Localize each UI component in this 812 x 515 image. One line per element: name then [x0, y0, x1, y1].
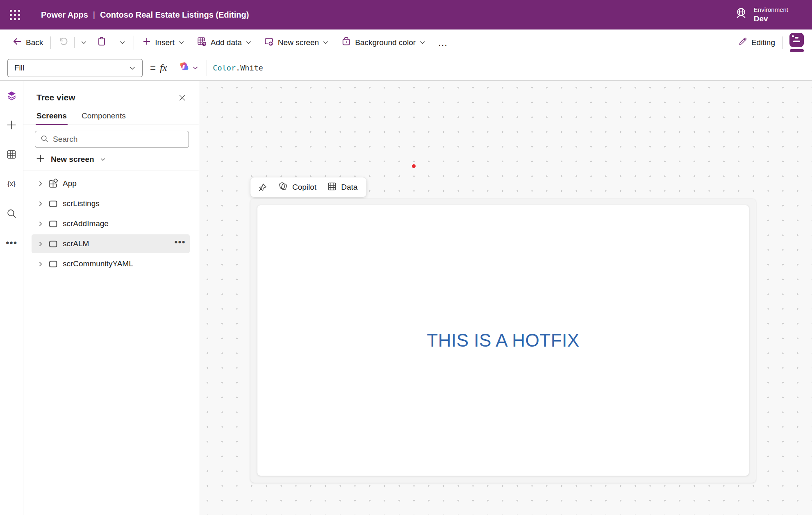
tree-item-app[interactable]: App [32, 174, 190, 193]
screen-text-label[interactable]: THIS IS A HOTFIX [427, 330, 579, 351]
background-color-button[interactable]: Background color [338, 34, 429, 51]
formula-member-token: .White [236, 64, 263, 72]
canvas-floating-toolbar: Copilot Data [250, 177, 366, 197]
insert-rail-button[interactable] [6, 119, 17, 131]
background-color-icon [341, 36, 351, 49]
pencil-icon [738, 36, 748, 48]
chevron-down-icon [419, 39, 425, 45]
tree-view-title: Tree view [36, 93, 75, 102]
property-selected-value: Fill [14, 64, 24, 73]
app-title: Power Apps | Contoso Real Estate Listing… [41, 10, 249, 20]
tree-view-tabs: Screens Components [23, 111, 199, 125]
tree-item-scrlistings[interactable]: scrListings [32, 194, 190, 213]
data-toolbar-button[interactable]: Data [327, 181, 357, 193]
app-checker-button[interactable] [789, 33, 804, 52]
copilot-toolbar-button[interactable]: Copilot [278, 181, 316, 193]
plus-icon [142, 37, 151, 48]
fx-symbol: fx [160, 62, 167, 73]
chevron-down-icon [100, 157, 106, 162]
chevron-down-icon [129, 65, 136, 71]
formula-input[interactable]: Color.White [213, 64, 263, 72]
tab-components[interactable]: Components [82, 111, 126, 125]
equals-sign: = [150, 62, 156, 74]
left-rail: {x} ••• [0, 81, 23, 515]
item-more-button[interactable]: ••• [174, 240, 186, 247]
studio-body: {x} ••• Tree view Screens Components [0, 81, 812, 515]
chevron-right-icon[interactable] [35, 201, 45, 207]
powerapps-studio: Power Apps | Contoso Real Estate Listing… [0, 0, 812, 515]
search-input[interactable] [53, 135, 184, 144]
tree-item-label: scrCommunityYAML [63, 259, 133, 268]
tab-screens[interactable]: Screens [36, 111, 67, 125]
undo-dropdown-chevron[interactable] [77, 37, 90, 48]
plus-icon [36, 154, 45, 165]
tree-item-scralm[interactable]: scrALM ••• [32, 234, 190, 253]
divider [74, 37, 75, 48]
data-rail-button[interactable] [6, 149, 17, 160]
chevron-right-icon[interactable] [35, 261, 45, 267]
editing-label: Editing [751, 38, 775, 47]
search-rail-button[interactable] [6, 208, 17, 219]
tree-item-label: scrListings [63, 199, 100, 208]
command-toolbar: Back [0, 29, 812, 55]
tree-view-panel: Tree view Screens Components New scree [23, 81, 199, 515]
add-data-button[interactable]: Add data [193, 34, 255, 51]
app-icon [45, 179, 60, 189]
undo-button[interactable] [55, 34, 71, 51]
divider [207, 60, 207, 76]
data-toolbar-label: Data [341, 183, 357, 192]
more-rail-button[interactable]: ••• [6, 237, 17, 249]
paste-icon [97, 36, 107, 48]
paste-button[interactable] [93, 34, 110, 51]
back-label: Back [26, 38, 43, 47]
environment-globe-icon [733, 6, 749, 23]
formula-enum-token: Color [213, 64, 236, 72]
screen-icon [45, 239, 60, 249]
app-screen-frame[interactable]: THIS IS A HOTFIX [250, 199, 756, 483]
insert-button[interactable]: Insert [139, 34, 188, 50]
tree-view-rail-button[interactable] [6, 90, 17, 101]
editing-mode-button[interactable]: Editing [735, 34, 778, 51]
tree-item-label: scrALM [63, 239, 89, 248]
chevron-right-icon[interactable] [35, 181, 45, 187]
divider [782, 36, 783, 49]
search-icon [40, 134, 49, 145]
chevron-right-icon[interactable] [35, 221, 45, 227]
chevron-down-icon [246, 39, 252, 45]
app-checker-active-indicator [790, 49, 804, 52]
new-screen-button[interactable]: New screen [261, 34, 332, 51]
screen-icon [45, 199, 60, 209]
undo-icon [58, 36, 68, 48]
variables-rail-button[interactable]: {x} [6, 178, 17, 190]
divider [113, 37, 113, 48]
chevron-right-icon[interactable] [35, 241, 45, 247]
ellipsis-icon: ••• [6, 241, 17, 245]
more-commands-button[interactable]: … [434, 34, 451, 51]
new-screen-tree-button[interactable]: New screen [23, 148, 199, 170]
app-screen[interactable]: THIS IS A HOTFIX [257, 205, 749, 476]
chevron-down-icon [178, 39, 184, 45]
back-button[interactable]: Back [9, 34, 46, 51]
tree-item-scraddimage[interactable]: scrAddImage [32, 214, 190, 233]
add-data-label: Add data [211, 38, 242, 47]
copilot-formula-button[interactable] [176, 60, 201, 76]
copilot-toolbar-label: Copilot [292, 183, 316, 192]
tree-items-list: App scrListings [23, 170, 199, 273]
property-selector[interactable]: Fill [7, 59, 143, 77]
environment-name: Dev [754, 14, 788, 24]
waffle-menu-icon[interactable] [6, 6, 24, 24]
data-grid-icon [327, 181, 337, 193]
copilot-icon [178, 61, 189, 74]
tree-item-label: App [63, 179, 77, 188]
environment-picker[interactable]: Environment Dev [733, 6, 812, 24]
paste-dropdown-chevron[interactable] [116, 37, 129, 48]
pin-toolbar-button[interactable] [258, 183, 267, 192]
formula-bar: Fill = fx [0, 55, 812, 81]
tree-item-scrcommunityyaml[interactable]: scrCommunityYAML [32, 254, 190, 273]
app-checker-icon [789, 33, 804, 47]
tree-search-box[interactable] [35, 131, 189, 148]
background-color-label: Background color [355, 38, 416, 47]
chevron-down-icon [323, 39, 329, 45]
design-canvas[interactable]: Copilot Data THIS IS A HOTFIX [199, 81, 812, 515]
close-panel-button[interactable] [178, 93, 187, 102]
